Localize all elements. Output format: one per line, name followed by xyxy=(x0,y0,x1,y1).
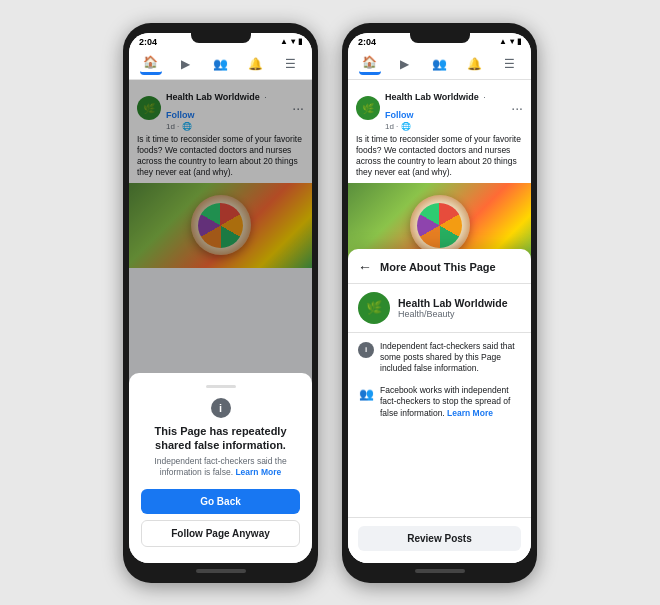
go-back-button[interactable]: Go Back xyxy=(141,489,300,514)
drag-bar-1 xyxy=(206,385,236,388)
more-about-panel: ← More About This Page 🌿 Health Lab Worl… xyxy=(348,249,531,563)
panel-title: More About This Page xyxy=(380,261,496,273)
modal-info-icon-1: i xyxy=(211,398,231,418)
phone-screen-2: 2:04 ▲ ▾ ▮ 🏠 ▶ 👥 🔔 ☰ 🌿 Health La xyxy=(348,33,531,563)
panel-page-info: 🌿 Health Lab Worldwide Health/Beauty xyxy=(348,284,531,333)
wifi-icon: ▾ xyxy=(291,37,295,46)
page-avatar-2: 🌿 xyxy=(356,96,380,120)
food-inner-2 xyxy=(417,203,462,248)
bottom-overlay-1: i This Page has repeatedly shared false … xyxy=(129,80,312,563)
panel-page-name: Health Lab Worldwide xyxy=(398,297,507,309)
nav-menu-1[interactable]: ☰ xyxy=(280,53,302,75)
post-follow-btn-2[interactable]: Follow xyxy=(385,110,414,120)
battery-icon-2: ▮ xyxy=(517,37,521,46)
phone-1: 2:04 ▲ ▾ ▮ 🏠 ▶ 👥 🔔 ☰ 🌿 Health La xyxy=(123,23,318,583)
fact2-learn-more[interactable]: Learn More xyxy=(447,408,493,418)
signal-icon: ▲ xyxy=(280,37,288,46)
nav-menu-2[interactable]: ☰ xyxy=(499,53,521,75)
fact-item-2: 👥 Facebook works with independent fact-c… xyxy=(358,385,521,419)
nav-bell-1[interactable]: 🔔 xyxy=(245,53,267,75)
phone-notch-2 xyxy=(410,33,470,43)
fact-text-2: Facebook works with independent fact-che… xyxy=(380,385,521,419)
status-icons-2: ▲ ▾ ▮ xyxy=(499,37,521,46)
learn-more-link-1[interactable]: Learn More xyxy=(235,467,281,477)
review-posts-button[interactable]: Review Posts xyxy=(358,526,521,551)
fb-nav-2: 🏠 ▶ 👥 🔔 ☰ xyxy=(348,49,531,80)
fact-info-icon: i xyxy=(358,342,374,358)
nav-home-1[interactable]: 🏠 xyxy=(140,53,162,75)
post-page-name-row-2: Health Lab Worldwide · Follow xyxy=(385,86,506,122)
panel-page-text: Health Lab Worldwide Health/Beauty xyxy=(398,297,507,319)
post-area-2: 🌿 Health Lab Worldwide · Follow 1d · 🌐 ·… xyxy=(348,80,531,563)
status-time-1: 2:04 xyxy=(139,37,157,47)
panel-page-category: Health/Beauty xyxy=(398,309,507,319)
status-icons-1: ▲ ▾ ▮ xyxy=(280,37,302,46)
post-page-name-2: Health Lab Worldwide xyxy=(385,92,479,102)
post-text-2: Is it time to reconsider some of your fa… xyxy=(348,134,531,183)
post-time-2: 1d · 🌐 xyxy=(385,122,506,131)
post-area-1: 🌿 Health Lab Worldwide · Follow 1d · 🌐 ·… xyxy=(129,80,312,563)
wifi-icon-2: ▾ xyxy=(510,37,514,46)
fact-text-1: Independent fact-checkers said that some… xyxy=(380,341,521,375)
post-card-2: 🌿 Health Lab Worldwide · Follow 1d · 🌐 ·… xyxy=(348,80,531,268)
food-bowl-2 xyxy=(410,195,470,255)
nav-bell-2[interactable]: 🔔 xyxy=(464,53,486,75)
modal-sheet-1: i This Page has repeatedly shared false … xyxy=(129,373,312,563)
home-bar-2 xyxy=(415,569,465,573)
nav-people-2[interactable]: 👥 xyxy=(429,53,451,75)
nav-video-2[interactable]: ▶ xyxy=(394,53,416,75)
modal-desc-1: Independent fact-checkers said the infor… xyxy=(141,456,300,478)
follow-anyway-button[interactable]: Follow Page Anyway xyxy=(141,520,300,547)
signal-icon-2: ▲ xyxy=(499,37,507,46)
nav-home-2[interactable]: 🏠 xyxy=(359,53,381,75)
panel-back-arrow[interactable]: ← xyxy=(358,259,372,275)
post-header-2: 🌿 Health Lab Worldwide · Follow 1d · 🌐 ·… xyxy=(348,80,531,134)
panel-facts: i Independent fact-checkers said that so… xyxy=(348,333,531,517)
home-bar-1 xyxy=(196,569,246,573)
phone-notch-1 xyxy=(191,33,251,43)
dot-sep-2: · xyxy=(483,92,486,102)
post-more-2[interactable]: ··· xyxy=(511,100,523,116)
fb-nav-1: 🏠 ▶ 👥 🔔 ☰ xyxy=(129,49,312,80)
panel-footer: Review Posts xyxy=(348,517,531,563)
panel-page-avatar: 🌿 xyxy=(358,292,390,324)
nav-video-1[interactable]: ▶ xyxy=(175,53,197,75)
phone-screen-1: 2:04 ▲ ▾ ▮ 🏠 ▶ 👥 🔔 ☰ 🌿 Health La xyxy=(129,33,312,563)
nav-people-1[interactable]: 👥 xyxy=(210,53,232,75)
panel-header: ← More About This Page xyxy=(348,249,531,284)
battery-icon: ▮ xyxy=(298,37,302,46)
status-time-2: 2:04 xyxy=(358,37,376,47)
post-meta-2: Health Lab Worldwide · Follow 1d · 🌐 xyxy=(385,86,506,131)
fact-people-icon: 👥 xyxy=(358,386,374,402)
phone-2: 2:04 ▲ ▾ ▮ 🏠 ▶ 👥 🔔 ☰ 🌿 Health La xyxy=(342,23,537,583)
modal-title-1: This Page has repeatedly shared false in… xyxy=(141,424,300,453)
fact-item-1: i Independent fact-checkers said that so… xyxy=(358,341,521,375)
